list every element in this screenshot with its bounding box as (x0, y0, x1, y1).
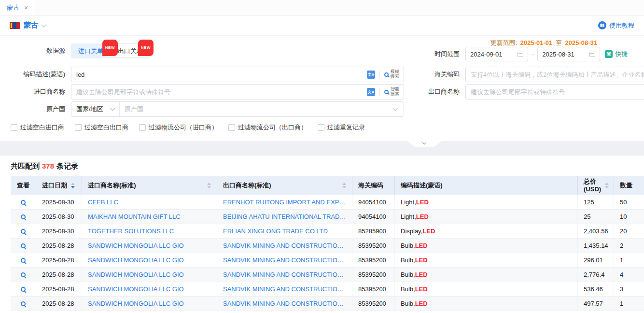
table-row: 2025-08-28 SANDWICH MONGOLIA LLC GIO SAN… (11, 268, 644, 282)
shortcut-button[interactable]: ⌘ 快捷 (605, 50, 628, 58)
view-magnifier-icon[interactable] (21, 301, 26, 306)
view-magnifier-icon[interactable] (21, 243, 26, 248)
hs-code-input-box (465, 67, 644, 82)
exporter-input-box (465, 84, 644, 100)
importer-link[interactable]: SANDWICH MONGOLIA LLC GIO (88, 271, 184, 278)
hs-code-input[interactable] (466, 67, 644, 82)
mongolia-flag-icon (10, 22, 20, 29)
hs-code-cell: 85395200 (352, 268, 395, 282)
filter-checkbox[interactable]: 过滤物流公司（出口商） (228, 123, 307, 132)
end-date-input[interactable]: 2025-08-31 (537, 47, 600, 61)
column-total-usd[interactable]: 总价 (USD) (578, 176, 614, 195)
checkbox-label: 过滤空白出口商 (84, 123, 128, 132)
sort-icon[interactable] (71, 183, 75, 188)
desc-input[interactable] (71, 67, 367, 82)
sort-icon[interactable] (207, 183, 211, 188)
description-text: Light, (401, 199, 416, 206)
description-text: Display, (401, 228, 422, 235)
view-magnifier-icon[interactable] (21, 272, 26, 277)
quantity-cell: 2 (614, 239, 644, 253)
importer-link[interactable]: MAIKHAN MOUNTAIN GIFT LLC (88, 213, 181, 220)
hs-code-cell: 85395200 (352, 297, 395, 311)
desc-field-label: 编码描述(蒙语) (0, 70, 65, 79)
chevron-down-icon (422, 141, 426, 144)
checkbox-box[interactable] (75, 124, 82, 131)
translate-icon[interactable]: 文A (367, 71, 375, 79)
checkbox-box[interactable] (318, 124, 324, 131)
view-magnifier-icon[interactable] (21, 258, 26, 263)
column-hs-code: 海关编码 (352, 176, 395, 195)
exporter-link[interactable]: SANDVIK MINING AND CONSTRUCTION L... (223, 300, 346, 307)
new-badge: NEW (138, 40, 154, 56)
start-date-input[interactable]: 2024-09-01 (465, 47, 528, 61)
importer-link[interactable]: TOGETHER SOLUTIONS LLC (88, 228, 174, 235)
importer-link[interactable]: SANDWICH MONGOLIA LLC GIO (88, 242, 184, 249)
exporter-link[interactable]: ERLIAN XINGLONG TRADE CO LTD (223, 228, 328, 235)
importer-link[interactable]: CEEB LLC (88, 199, 118, 206)
filter-checkbox[interactable]: 过滤重复记录 (318, 123, 365, 132)
importer-link[interactable]: SANDWICH MONGOLIA LLC GIO (88, 300, 184, 307)
description-cell: Display, LED (395, 224, 578, 238)
search-icon (384, 90, 389, 94)
total-cell: 497.57 (578, 297, 614, 311)
exporter-link[interactable]: SANDVIK MINING AND CONSTRUCTION L... (223, 271, 346, 278)
table-header: 查看 进口日期 进口商名称(标准) 出口商名称(标准) 海关编码 编码描述(蒙语… (11, 176, 644, 195)
page-tab-mongolia[interactable]: 蒙古 × (0, 0, 35, 15)
sort-icon[interactable] (605, 183, 609, 188)
column-exporter[interactable]: 出口商名称(标准) (217, 176, 352, 195)
importer-link[interactable]: SANDWICH MONGOLIA LLC GIO (88, 256, 184, 264)
new-badge: NEW (102, 40, 118, 56)
calendar-icon (518, 52, 523, 57)
end-date-value: 2025-08-31 (542, 51, 574, 58)
filter-checkbox[interactable]: 过滤物流公司（进口商） (139, 123, 218, 132)
exporter-link[interactable]: SANDVIK MINING AND CONSTRUCTION L... (223, 242, 346, 249)
column-import-date[interactable]: 进口日期 (36, 176, 82, 195)
total-cell: 125 (578, 195, 614, 209)
tutorial-link[interactable]: 使用教程 (598, 21, 634, 30)
view-magnifier-icon[interactable] (21, 229, 26, 234)
filter-checkbox[interactable]: 过滤空白出口商 (75, 123, 128, 132)
smart-search-button[interactable]: 智能 搜索 (384, 87, 404, 97)
collapse-handle[interactable] (407, 141, 442, 147)
view-cell (11, 253, 36, 267)
exporter-cell: ERENHOT RUITONG IMPORT AND EXPORT ... (217, 195, 352, 209)
translate-icon[interactable]: 文A (367, 88, 375, 96)
exporter-link[interactable]: SANDVIK MINING AND CONSTRUCTION L... (223, 285, 346, 293)
exporter-link[interactable]: SANDVIK MINING AND CONSTRUCTION L... (223, 256, 346, 264)
exporter-link[interactable]: ERENHOT RUITONG IMPORT AND EXPORT ... (223, 199, 346, 206)
fuzzy-search-button[interactable]: 模糊 搜索 (384, 70, 404, 79)
column-view: 查看 (11, 176, 36, 195)
importer-link[interactable]: SANDWICH MONGOLIA LLC GIO (88, 285, 184, 293)
exporter-input[interactable] (466, 85, 644, 99)
importer-input-box: 文A 智能 搜索 (71, 84, 404, 100)
quantity-cell: 10 (614, 210, 644, 224)
view-magnifier-icon[interactable] (21, 200, 26, 205)
view-magnifier-icon[interactable] (21, 214, 26, 219)
column-importer[interactable]: 进口商名称(标准) (82, 176, 217, 195)
filter-checkbox[interactable]: 过滤空白进口商 (11, 123, 64, 132)
description-cell: Light, LED (395, 210, 578, 224)
table-row: 2025-08-30 TOGETHER SOLUTIONS LLC ERLIAN… (11, 224, 644, 239)
exporter-link[interactable]: BEIJING AHATU INTERNATIONAL TRADE C... (223, 213, 346, 220)
view-magnifier-icon[interactable] (21, 287, 26, 292)
chevron-down-icon (393, 106, 398, 111)
country-selector[interactable]: 蒙古 (10, 21, 45, 30)
tab-import-declarations[interactable]: 进口关单 NEW (71, 43, 111, 58)
checkbox-box[interactable] (139, 124, 146, 131)
checkbox-label: 过滤重复记录 (327, 123, 365, 132)
checkbox-box[interactable] (11, 124, 17, 131)
update-range-end: 2025-08-31 (565, 39, 598, 46)
summary-suffix: 条记录 (56, 162, 78, 170)
region-select[interactable]: 国家/地区 (71, 102, 120, 116)
table-row: 2025-08-28 SANDWICH MONGOLIA LLC GIO SAN… (11, 253, 644, 268)
exporter-cell: SANDVIK MINING AND CONSTRUCTION L... (217, 268, 352, 282)
sort-icon[interactable] (342, 183, 346, 188)
app-header: 蒙古 使用教程 (0, 15, 644, 36)
chevron-down-icon (42, 22, 46, 27)
importer-cell: TOGETHER SOLUTIONS LLC (82, 224, 217, 238)
checkbox-box[interactable] (228, 124, 235, 131)
importer-input[interactable] (71, 85, 367, 99)
close-icon[interactable]: × (24, 4, 28, 11)
exporter-cell: SANDVIK MINING AND CONSTRUCTION L... (217, 282, 352, 296)
quantity-cell: 20 (614, 224, 644, 238)
